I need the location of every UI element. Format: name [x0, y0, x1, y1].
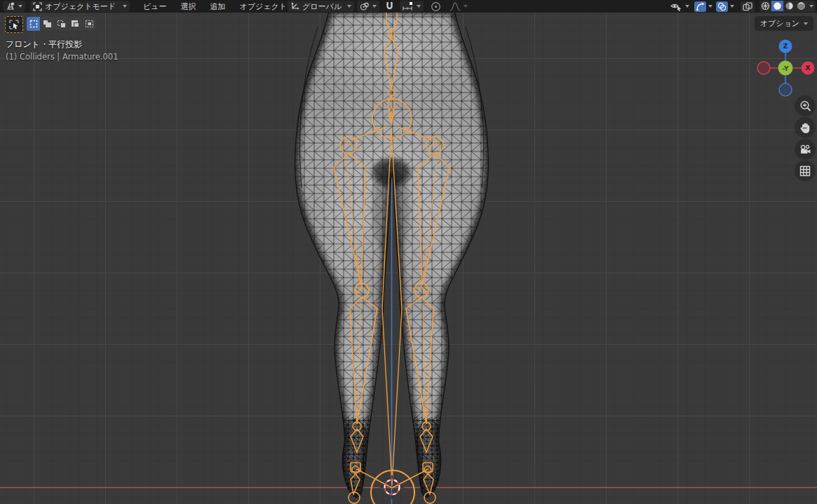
viewport-nav-buttons	[795, 95, 816, 182]
chevron-down-icon	[708, 5, 713, 8]
chevron-down-icon	[347, 5, 351, 8]
mode-dropdown[interactable]: オブジェクトモード	[30, 1, 130, 12]
menu-view[interactable]: ビュー	[137, 1, 173, 12]
xray-icon	[743, 2, 752, 11]
rendered-sphere-icon	[797, 1, 806, 11]
show-overlays-toggle[interactable]	[716, 1, 728, 12]
chevron-down-icon	[372, 5, 377, 8]
ortho-grid-icon	[799, 165, 811, 177]
gizmo-axis-neg-x-ball[interactable]	[757, 62, 770, 74]
viewport-header: オブジェクトモード ビュー 選択 追加 オブジェクト グローバル	[0, 0, 817, 13]
3d-viewport-editor-icon	[6, 2, 15, 11]
3d-viewport[interactable]: オプション フロント・平行投影 (1) Colliders | Armature…	[0, 13, 817, 504]
snap-target-dropdown[interactable]	[400, 1, 424, 12]
falloff-curve-icon	[450, 2, 461, 11]
shading-rendered-button[interactable]	[795, 1, 807, 11]
gizmo-axis-z-ball[interactable]: Z	[779, 40, 792, 53]
xray-toggle[interactable]	[741, 1, 755, 12]
pivot-point-icon	[360, 2, 370, 11]
view-orientation-label: フロント・平行投影	[6, 38, 118, 50]
select-mode-intersect-button[interactable]	[83, 17, 96, 31]
hand-icon	[799, 122, 811, 134]
chevron-down-icon	[730, 5, 734, 8]
shading-material-button[interactable]	[783, 1, 795, 11]
tool-options-dropdown[interactable]: オプション	[755, 16, 813, 31]
gizmo-icon	[696, 2, 705, 11]
proportional-falloff-dropdown[interactable]	[447, 1, 471, 12]
tool-settings-bar: オプション	[0, 16, 817, 33]
select-box-cursor-icon	[9, 20, 19, 29]
zoom-icon	[799, 100, 811, 112]
gizmo-dropdown[interactable]	[707, 1, 714, 12]
shading-wireframe-button[interactable]	[759, 1, 771, 11]
viewport-canvas[interactable]	[0, 13, 817, 504]
object-mode-icon	[33, 2, 42, 11]
snap-toggle-button[interactable]	[382, 1, 397, 12]
chevron-down-icon	[464, 5, 468, 8]
proportional-editing-button[interactable]	[428, 1, 444, 12]
move-view-button[interactable]	[795, 117, 816, 138]
chevron-down-icon	[123, 5, 127, 8]
toggle-orthographic-button[interactable]	[795, 161, 816, 182]
select-mode-set-button[interactable]	[27, 17, 40, 31]
gizmo-axis-neg-z-ball[interactable]	[779, 83, 792, 96]
chevron-down-icon	[685, 5, 689, 8]
overlays-icon	[717, 2, 727, 11]
snap-increment-icon	[403, 2, 414, 11]
mode-label: オブジェクトモード	[45, 1, 116, 12]
svg-text:X: X	[805, 64, 811, 71]
select-mode-group	[27, 17, 96, 31]
shading-dropdown[interactable]	[807, 1, 816, 12]
viewport-overlay-text: フロント・平行投影 (1) Colliders | Armature.001	[6, 38, 118, 63]
solid-sphere-icon	[773, 1, 782, 11]
gizmo-axis-x-ball[interactable]: X	[802, 62, 815, 75]
orientation-label: グローバル	[302, 1, 342, 12]
svg-text:-Y: -Y	[783, 65, 789, 72]
options-label: オプション	[760, 18, 799, 29]
overlays-dropdown[interactable]	[729, 1, 736, 12]
pivot-point-dropdown[interactable]	[357, 1, 379, 12]
proportional-editing-icon	[431, 1, 441, 12]
orientation-axes-icon	[290, 2, 299, 11]
camera-icon	[799, 144, 811, 155]
object-type-visibility-dropdown[interactable]	[668, 1, 692, 12]
visibility-eye-cursor-icon	[670, 2, 682, 11]
transform-orientation-dropdown[interactable]: グローバル	[288, 1, 354, 12]
svg-text:Z: Z	[783, 42, 788, 50]
select-mode-invert-button[interactable]	[69, 17, 82, 31]
chevron-down-icon	[417, 5, 421, 8]
wireframe-sphere-icon	[761, 1, 770, 11]
material-sphere-icon	[785, 1, 794, 11]
chevron-down-icon	[804, 22, 808, 25]
menu-add[interactable]: 追加	[204, 1, 232, 12]
show-gizmo-toggle[interactable]	[694, 1, 706, 12]
menu-select[interactable]: 選択	[175, 1, 203, 12]
magnet-icon	[385, 2, 394, 11]
active-object-label: (1) Colliders | Armature.001	[6, 50, 118, 63]
blender-window: オブジェクトモード ビュー 選択 追加 オブジェクト グローバル	[0, 0, 817, 504]
chevron-down-icon	[809, 5, 813, 8]
select-mode-subtract-button[interactable]	[55, 17, 68, 31]
chevron-down-icon	[18, 5, 22, 8]
camera-view-button[interactable]	[795, 139, 816, 160]
gizmo-axis-y-front-ball[interactable]: -Y	[778, 61, 793, 76]
editor-type-button[interactable]	[3, 1, 25, 12]
menu-object[interactable]: オブジェクト	[234, 1, 294, 12]
zoom-button[interactable]	[795, 95, 816, 116]
select-mode-extend-button[interactable]	[41, 17, 54, 31]
shading-solid-button[interactable]	[771, 1, 783, 11]
active-tool-select-box-button[interactable]	[5, 16, 23, 33]
